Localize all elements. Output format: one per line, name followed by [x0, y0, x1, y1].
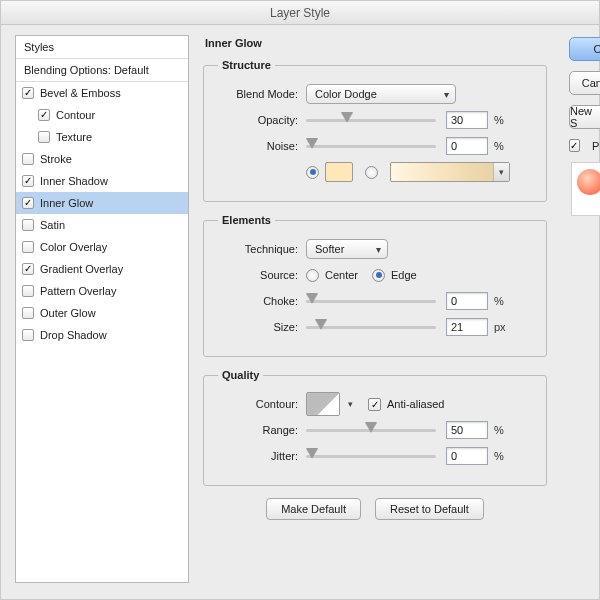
slider-thumb-icon[interactable]	[341, 112, 353, 122]
slider-thumb-icon[interactable]	[315, 319, 327, 329]
sidebar-item-label: Outer Glow	[40, 307, 96, 319]
chevron-down-icon[interactable]: ▾	[348, 399, 353, 409]
preview-label: Pre	[592, 140, 600, 152]
blending-header[interactable]: Blending Options: Default	[16, 59, 188, 82]
opacity-label: Opacity:	[218, 114, 306, 126]
range-input[interactable]	[446, 421, 488, 439]
slider-thumb-icon[interactable]	[306, 293, 318, 303]
technique-label: Technique:	[218, 243, 306, 255]
noise-label: Noise:	[218, 140, 306, 152]
sidebar-checkbox[interactable]	[22, 219, 34, 231]
styles-sidebar: Styles Blending Options: Default Bevel &…	[15, 35, 189, 583]
size-slider[interactable]	[306, 320, 436, 334]
blend-mode-value: Color Dodge	[315, 88, 377, 100]
pct-unit: %	[494, 295, 504, 307]
styles-header[interactable]: Styles	[16, 36, 188, 59]
jitter-slider[interactable]	[306, 449, 436, 463]
slider-thumb-icon[interactable]	[306, 138, 318, 148]
right-pane: O Can New S Pre	[569, 37, 600, 216]
preview-checkbox[interactable]	[569, 139, 580, 152]
sidebar-item-label: Contour	[56, 109, 95, 121]
size-input[interactable]	[446, 318, 488, 336]
antialiased-checkbox[interactable]	[368, 398, 381, 411]
slider-thumb-icon[interactable]	[365, 422, 377, 432]
reset-default-button[interactable]: Reset to Default	[375, 498, 484, 520]
ok-button[interactable]: O	[569, 37, 600, 61]
sidebar-item-label: Inner Glow	[40, 197, 93, 209]
quality-legend: Quality	[218, 369, 263, 381]
sidebar-item-color-overlay[interactable]: Color Overlay	[16, 236, 188, 258]
opacity-slider[interactable]	[306, 113, 436, 127]
contour-swatch[interactable]: ▾	[306, 392, 340, 416]
sidebar-item-label: Drop Shadow	[40, 329, 107, 341]
technique-value: Softer	[315, 243, 344, 255]
sidebar-checkbox[interactable]	[22, 197, 34, 209]
source-edge-label[interactable]: Edge	[391, 269, 417, 281]
contour-label: Contour:	[218, 398, 306, 410]
sidebar-checkbox[interactable]	[22, 329, 34, 341]
noise-slider[interactable]	[306, 139, 436, 153]
chevron-down-icon[interactable]: ▾	[493, 163, 509, 181]
source-center-label[interactable]: Center	[325, 269, 358, 281]
glow-color-radio[interactable]	[306, 166, 319, 179]
range-label: Range:	[218, 424, 306, 436]
sidebar-item-bevel-emboss[interactable]: Bevel & Emboss	[16, 82, 188, 104]
jitter-label: Jitter:	[218, 450, 306, 462]
quality-group: Quality Contour: ▾ Anti-aliased Range: %…	[203, 369, 547, 486]
glow-gradient-radio[interactable]	[365, 166, 378, 179]
pct-unit: %	[494, 114, 504, 126]
sidebar-checkbox[interactable]	[22, 241, 34, 253]
structure-group: Structure Blend Mode: Color Dodge Opacit…	[203, 59, 547, 202]
px-unit: px	[494, 321, 506, 333]
pct-unit: %	[494, 424, 504, 436]
technique-select[interactable]: Softer	[306, 239, 388, 259]
elements-group: Elements Technique: Softer Source: Cente…	[203, 214, 547, 357]
make-default-button[interactable]: Make Default	[266, 498, 361, 520]
sidebar-item-gradient-overlay[interactable]: Gradient Overlay	[16, 258, 188, 280]
cancel-button[interactable]: Can	[569, 71, 600, 95]
sidebar-item-satin[interactable]: Satin	[16, 214, 188, 236]
preview-row[interactable]: Pre	[569, 139, 600, 152]
blend-mode-select[interactable]: Color Dodge	[306, 84, 456, 104]
sidebar-item-contour[interactable]: Contour	[16, 104, 188, 126]
pct-unit: %	[494, 140, 504, 152]
sidebar-item-texture[interactable]: Texture	[16, 126, 188, 148]
sidebar-item-label: Satin	[40, 219, 65, 231]
sidebar-checkbox[interactable]	[38, 109, 50, 121]
glow-gradient-swatch[interactable]: ▾	[390, 162, 510, 182]
sidebar-checkbox[interactable]	[22, 87, 34, 99]
choke-input[interactable]	[446, 292, 488, 310]
choke-slider[interactable]	[306, 294, 436, 308]
source-label: Source:	[218, 269, 306, 281]
opacity-input[interactable]	[446, 111, 488, 129]
sidebar-checkbox[interactable]	[22, 263, 34, 275]
sidebar-item-pattern-overlay[interactable]: Pattern Overlay	[16, 280, 188, 302]
range-slider[interactable]	[306, 423, 436, 437]
antialiased-label[interactable]: Anti-aliased	[387, 398, 444, 410]
sidebar-item-label: Bevel & Emboss	[40, 87, 121, 99]
blend-mode-label: Blend Mode:	[218, 88, 306, 100]
sidebar-item-stroke[interactable]: Stroke	[16, 148, 188, 170]
sidebar-item-label: Texture	[56, 131, 92, 143]
sidebar-item-outer-glow[interactable]: Outer Glow	[16, 302, 188, 324]
panel-title: Inner Glow	[199, 33, 551, 55]
glow-color-swatch[interactable]	[325, 162, 353, 182]
sidebar-item-drop-shadow[interactable]: Drop Shadow	[16, 324, 188, 346]
effect-panel: Inner Glow Structure Blend Mode: Color D…	[199, 33, 551, 583]
new-style-button[interactable]: New S	[569, 105, 600, 129]
sidebar-checkbox[interactable]	[22, 153, 34, 165]
sidebar-checkbox[interactable]	[22, 285, 34, 297]
source-center-radio[interactable]	[306, 269, 319, 282]
jitter-input[interactable]	[446, 447, 488, 465]
slider-thumb-icon[interactable]	[306, 448, 318, 458]
source-edge-radio[interactable]	[372, 269, 385, 282]
sidebar-checkbox[interactable]	[38, 131, 50, 143]
elements-legend: Elements	[218, 214, 275, 226]
sidebar-item-inner-glow[interactable]: Inner Glow	[16, 192, 188, 214]
sidebar-checkbox[interactable]	[22, 307, 34, 319]
preview-thumbnail	[571, 162, 600, 216]
noise-input[interactable]	[446, 137, 488, 155]
sidebar-item-label: Stroke	[40, 153, 72, 165]
sidebar-item-inner-shadow[interactable]: Inner Shadow	[16, 170, 188, 192]
sidebar-checkbox[interactable]	[22, 175, 34, 187]
